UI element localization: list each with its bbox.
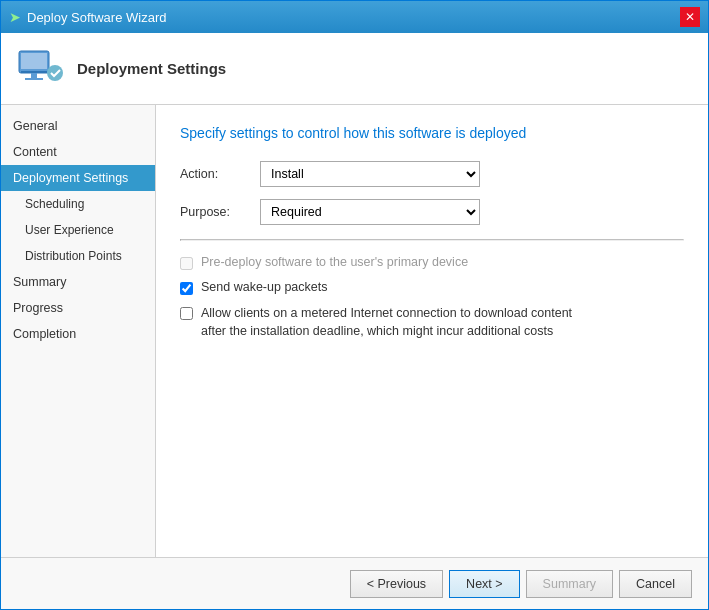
action-row: Action: Install Uninstall [180,161,684,187]
content-area: Specify settings to control how this sof… [156,105,708,557]
next-button[interactable]: Next > [449,570,519,598]
send-wakeup-label: Send wake-up packets [201,280,327,294]
footer: < Previous Next > Summary Cancel [1,557,708,609]
sidebar-item-general[interactable]: General [1,113,155,139]
purpose-row: Purpose: Required Available [180,199,684,225]
pre-deploy-checkbox[interactable] [180,257,193,270]
svg-rect-4 [25,78,43,80]
close-button[interactable]: ✕ [680,7,700,27]
content-title: Specify settings to control how this sof… [180,125,684,141]
purpose-label: Purpose: [180,205,260,219]
window-title: Deploy Software Wizard [27,10,166,25]
summary-button[interactable]: Summary [526,570,613,598]
sidebar-item-distribution-points[interactable]: Distribution Points [1,243,155,269]
sidebar: General Content Deployment Settings Sche… [1,105,156,557]
sidebar-item-summary[interactable]: Summary [1,269,155,295]
header-icon [17,43,65,94]
purpose-select[interactable]: Required Available [260,199,480,225]
main-window: ➤ Deploy Software Wizard ✕ Deployment Se… [0,0,709,610]
pre-deploy-row: Pre-deploy software to the user's primar… [180,255,684,270]
svg-point-5 [47,65,63,81]
pre-deploy-label: Pre-deploy software to the user's primar… [201,255,468,269]
metered-connection-label: Allow clients on a metered Internet conn… [201,305,581,340]
action-label: Action: [180,167,260,181]
header-bar: Deployment Settings [1,33,708,105]
svg-rect-1 [21,53,47,69]
divider-1 [180,239,684,241]
svg-rect-3 [31,73,37,78]
sidebar-item-deployment-settings[interactable]: Deployment Settings [1,165,155,191]
title-bar-icon: ➤ [9,9,21,25]
sidebar-item-progress[interactable]: Progress [1,295,155,321]
title-bar: ➤ Deploy Software Wizard ✕ [1,1,708,33]
cancel-button[interactable]: Cancel [619,570,692,598]
svg-rect-2 [21,71,47,73]
sidebar-item-content[interactable]: Content [1,139,155,165]
action-select[interactable]: Install Uninstall [260,161,480,187]
main-content: General Content Deployment Settings Sche… [1,105,708,557]
title-bar-left: ➤ Deploy Software Wizard [9,9,166,25]
sidebar-item-completion[interactable]: Completion [1,321,155,347]
sidebar-item-scheduling[interactable]: Scheduling [1,191,155,217]
send-wakeup-row: Send wake-up packets [180,280,684,295]
metered-connection-checkbox[interactable] [180,307,193,320]
metered-connection-row: Allow clients on a metered Internet conn… [180,305,684,340]
sidebar-item-user-experience[interactable]: User Experience [1,217,155,243]
previous-button[interactable]: < Previous [350,570,443,598]
send-wakeup-checkbox[interactable] [180,282,193,295]
header-title: Deployment Settings [77,60,226,77]
